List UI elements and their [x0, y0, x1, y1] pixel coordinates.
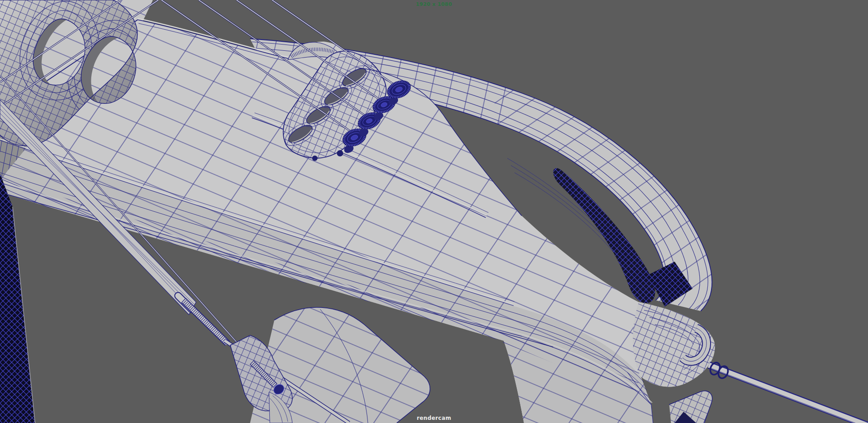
render-viewport[interactable]: 1920 x 1080 rendercam: [0, 0, 868, 423]
viewport-canvas[interactable]: [0, 0, 868, 423]
